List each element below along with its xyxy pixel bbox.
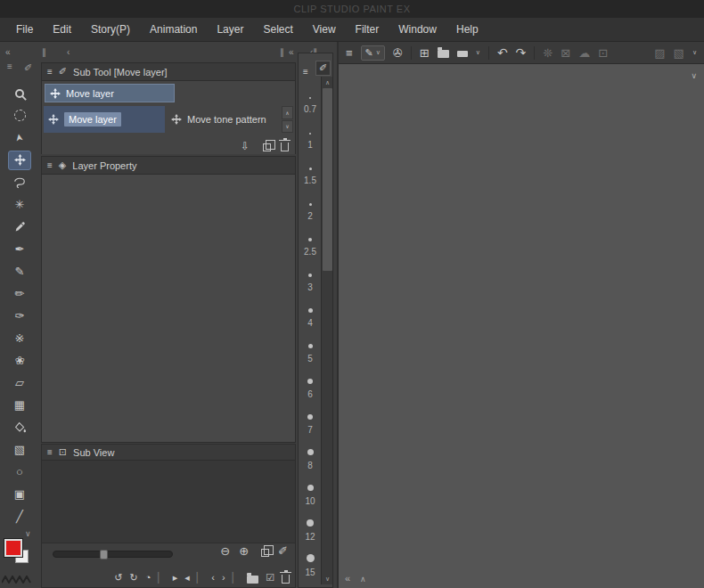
canvas-expand-left-icon[interactable]: «: [345, 573, 350, 584]
brush-size-option-5[interactable]: 5: [299, 332, 322, 368]
brush-size-option-1_5[interactable]: 1.5: [299, 154, 322, 190]
sub-view-menu-icon[interactable]: ≡: [47, 448, 53, 457]
brush-size-scrollbar[interactable]: ∧ ∨: [321, 77, 332, 584]
canvas-dock-collapse-icon[interactable]: ∨: [691, 71, 697, 80]
tool-fill[interactable]: [4, 416, 35, 438]
layer-property-header[interactable]: ≡ ◈ Layer Property: [42, 157, 295, 175]
undo-icon[interactable]: ↶: [497, 46, 508, 59]
brush-size-option-10[interactable]: 10: [299, 475, 322, 510]
dock-prev-icon[interactable]: ‹: [67, 47, 70, 58]
main-color-swatch[interactable]: [4, 539, 22, 557]
menu-item-storyp[interactable]: Story(P): [81, 18, 140, 42]
menu-item-select[interactable]: Select: [253, 18, 302, 42]
clear-sub-view-icon[interactable]: [282, 575, 290, 584]
tool-selection-lasso[interactable]: [4, 171, 35, 193]
duplicate-subtool-icon[interactable]: [263, 143, 271, 151]
redo-icon[interactable]: ↷: [516, 46, 527, 59]
tool-decoration[interactable]: ❀: [4, 349, 35, 372]
fit-to-window-icon[interactable]: [261, 549, 269, 557]
dock-collapse-left-icon[interactable]: «: [5, 47, 11, 58]
tool-move-canvas[interactable]: [4, 104, 35, 127]
canvas-expand-up-icon[interactable]: ∧: [360, 575, 366, 584]
brush-size-option-2[interactable]: 2: [299, 190, 322, 225]
menu-item-view[interactable]: View: [303, 18, 346, 42]
previous-image-icon[interactable]: ‹: [211, 573, 215, 583]
print-icon[interactable]: [457, 51, 468, 57]
menu-item-animation[interactable]: Animation: [140, 18, 207, 42]
tool-brush[interactable]: ✑: [4, 305, 35, 327]
open-image-folder-icon[interactable]: [247, 576, 258, 584]
step-forward-icon[interactable]: ▸: [173, 573, 178, 583]
tool-pen[interactable]: ✒: [4, 238, 35, 260]
timer-icon[interactable]: ◔: [145, 573, 151, 583]
tool-ruler[interactable]: ╱: [4, 505, 35, 527]
tool-auto-select[interactable]: ✳: [4, 193, 35, 216]
sub-view-zoom-slider[interactable]: [53, 551, 173, 558]
rotate-left-icon[interactable]: ↺: [114, 573, 122, 583]
tool-pencil[interactable]: ✏: [4, 282, 35, 305]
sub-view-header[interactable]: ≡ ⊡ Sub View: [42, 445, 295, 461]
print-dropdown-icon[interactable]: ∨: [476, 49, 480, 56]
menu-item-file[interactable]: File: [6, 18, 43, 42]
sub-view-eyedropper-icon[interactable]: ✐: [278, 545, 288, 557]
current-tool-dropdown-icon[interactable]: ∨: [376, 49, 381, 56]
tool-move-layer[interactable]: [4, 149, 35, 171]
brush-size-option-12[interactable]: 12: [299, 510, 322, 546]
menu-item-edit[interactable]: Edit: [43, 18, 81, 42]
zoom-out-icon[interactable]: ⊖: [220, 545, 230, 557]
brush-size-option-4[interactable]: 4: [299, 297, 322, 332]
tool-blend[interactable]: ▦: [4, 394, 35, 416]
dock-collapse2-icon[interactable]: «: [289, 47, 294, 58]
brush-size-option-15[interactable]: 15: [299, 546, 322, 582]
menu-item-help[interactable]: Help: [446, 18, 488, 42]
import-subtool-icon[interactable]: ⇩: [241, 141, 250, 151]
sub-view-zoom-slider-thumb[interactable]: [100, 550, 108, 559]
brush-size-option-6[interactable]: 6: [299, 368, 322, 404]
brush-size-menu-icon[interactable]: ≡: [303, 68, 308, 77]
delete-subtool-icon[interactable]: [281, 143, 289, 151]
subtool-group-tab-move-layer[interactable]: Move layer: [45, 84, 175, 102]
brush-size-option-7[interactable]: 7: [299, 404, 322, 439]
subtool-scroll-up-icon[interactable]: ∧: [282, 106, 293, 119]
scroll-up-icon[interactable]: ∧: [322, 78, 333, 87]
tool-airbrush[interactable]: ※: [4, 327, 35, 349]
brush-size-option-3[interactable]: 3: [299, 261, 322, 297]
menu-item-filter[interactable]: Filter: [346, 18, 389, 42]
rotate-right-icon[interactable]: ↻: [129, 573, 137, 583]
sub-view-canvas[interactable]: [42, 461, 295, 543]
tool-eyedropper[interactable]: [4, 216, 35, 238]
subtool-panel-menu-icon[interactable]: ≡: [47, 68, 53, 77]
step-back-icon[interactable]: ◂: [184, 573, 190, 583]
subtool-scroll-down-icon[interactable]: ∨: [282, 120, 293, 134]
open-file-icon[interactable]: [438, 50, 449, 58]
subtool-item-move-tone-pattern[interactable]: Move tone pattern: [167, 106, 281, 133]
menu-item-window[interactable]: Window: [389, 18, 446, 42]
next-image-icon[interactable]: ›: [222, 573, 225, 583]
brush-size-option-2_5[interactable]: 2.5: [299, 225, 322, 261]
dock-pin2-icon[interactable]: ∥: [280, 47, 284, 58]
auto-switch-checkbox-icon[interactable]: ☑: [266, 573, 274, 583]
tool-figure[interactable]: ○: [4, 461, 35, 483]
subtool-panel-header[interactable]: ≡ ✐ Sub Tool [Move layer]: [42, 63, 295, 81]
clip-studio-icon[interactable]: ✇: [393, 47, 403, 59]
tool-gradient[interactable]: ▧: [4, 438, 35, 461]
new-file-icon[interactable]: ⊞: [420, 47, 430, 59]
current-tool-button[interactable]: ✎ ∨: [361, 45, 385, 61]
command-bar-menu-icon[interactable]: ≡: [346, 47, 353, 59]
canvas-area[interactable]: ∨ « ∧: [339, 64, 704, 588]
scroll-down-icon[interactable]: ∨: [322, 574, 333, 584]
layer-property-menu-icon[interactable]: ≡: [47, 161, 53, 170]
brush-size-option-8[interactable]: 8: [299, 439, 322, 475]
tool-zoom[interactable]: [4, 82, 35, 104]
tool-operation[interactable]: ➤: [4, 127, 35, 149]
brush-size-pen-button[interactable]: ✐: [315, 61, 331, 76]
tool-eraser[interactable]: ▱: [4, 372, 35, 394]
tool-marker[interactable]: ✎: [4, 260, 35, 282]
tool-frame-border[interactable]: ▣: [4, 483, 35, 505]
menu-item-layer[interactable]: Layer: [207, 18, 253, 42]
toolbar-menu-icon[interactable]: ≡: [7, 61, 12, 72]
brush-size-option-0_7[interactable]: 0.7: [299, 83, 322, 118]
zoom-in-icon[interactable]: ⊕: [239, 545, 249, 557]
scrollbar-thumb[interactable]: [323, 88, 332, 271]
brush-size-option-1[interactable]: 1: [299, 118, 322, 154]
